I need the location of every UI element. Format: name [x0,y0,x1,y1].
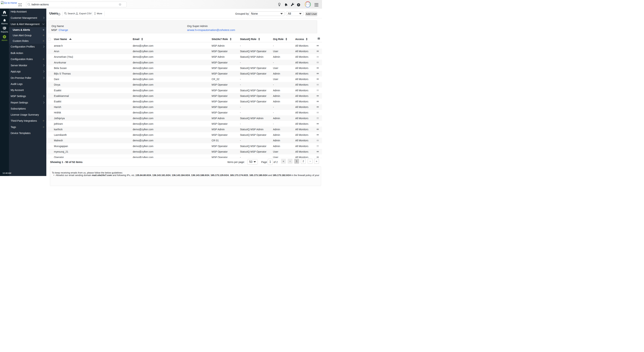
svg-text:?: ? [298,3,299,6]
